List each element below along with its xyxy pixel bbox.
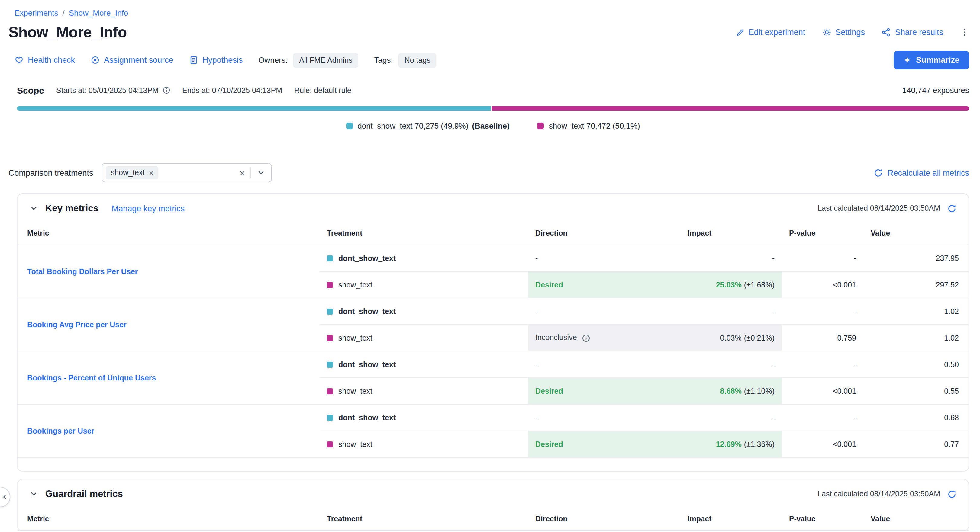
column-treatment: Treatment (320, 222, 528, 245)
p-value-cell: - (782, 351, 863, 378)
kebab-menu-button[interactable] (960, 28, 969, 37)
treatment-cell: dont_show_text (320, 351, 528, 378)
kebab-icon (960, 28, 969, 37)
treatment-cell: dont_show_text (320, 245, 528, 272)
refresh-key-metrics-button[interactable] (947, 204, 956, 213)
tags-chip[interactable]: No tags (398, 53, 436, 67)
column-p-value: P-value (782, 507, 863, 530)
settings-button[interactable]: Settings (822, 28, 865, 37)
target-icon (91, 56, 100, 65)
p-value-cell: <0.001 (782, 272, 863, 298)
treatment-cell: show_text (320, 431, 528, 457)
refresh-icon (873, 168, 883, 177)
treatment-color-swatch (327, 282, 333, 288)
svg-text:?: ? (585, 336, 587, 341)
treatment-cell: show_text (320, 325, 528, 351)
selected-treatment-chip[interactable]: show_text × (106, 166, 159, 179)
direction-cell: - (528, 404, 680, 431)
metric-link[interactable]: Bookings per User (27, 427, 94, 435)
question-circle-icon[interactable]: ? (582, 334, 590, 342)
header-actions: Edit experiment Settings Share results (736, 28, 969, 37)
scope-title: Scope (17, 85, 44, 95)
clear-icon[interactable]: × (234, 168, 250, 177)
metric-link[interactable]: Total Booking Dollars Per User (27, 267, 138, 276)
legend-baseline-label: dont_show_text 70,275 (49.9%) (357, 121, 468, 130)
breadcrumb-experiments[interactable]: Experiments (14, 8, 58, 17)
breadcrumb: Experiments / Show_More_Info (8, 8, 969, 17)
treatment-cell: show_text (320, 272, 528, 298)
allocation-legend: dont_show_text 70,275 (49.9%) (Baseline)… (17, 121, 969, 130)
p-value-cell: - (782, 404, 863, 431)
manage-key-metrics-link[interactable]: Manage key metrics (112, 204, 185, 213)
legend-baseline-suffix: (Baseline) (472, 121, 509, 130)
info-icon[interactable] (162, 86, 170, 94)
comparison-treatments-select[interactable]: show_text × × (102, 163, 272, 183)
selected-treatment-label: show_text (111, 168, 145, 177)
recalculate-all-metrics-link[interactable]: Recalculate all metrics (873, 168, 969, 177)
breadcrumb-current[interactable]: Show_More_Info (69, 8, 128, 17)
column-value: Value (863, 507, 969, 530)
toolbar: Health check Assignment source Hypothesi… (8, 51, 969, 70)
breadcrumb-separator: / (62, 8, 65, 17)
chevron-down-icon[interactable] (251, 168, 272, 177)
legend-item-baseline: dont_show_text 70,275 (49.9%) (Baseline) (346, 121, 509, 130)
experiment-page: Experiments / Show_More_Info Show_More_I… (0, 0, 980, 532)
document-icon (189, 56, 198, 65)
treatment-color-swatch (327, 414, 333, 421)
key-metrics-collapse-icon[interactable] (30, 204, 38, 213)
assignment-source-link[interactable]: Assignment source (91, 56, 173, 65)
sidebar-collapse-toggle[interactable] (0, 487, 10, 507)
p-value-cell: - (782, 298, 863, 325)
key-metrics-card: Key metrics Manage key metrics Last calc… (17, 193, 969, 472)
value-cell: 237.95 (863, 245, 969, 272)
allocation-segment-baseline (17, 106, 492, 111)
treatment-color-swatch (327, 335, 333, 341)
value-cell: 0.77 (863, 431, 969, 457)
allocation-bar (17, 106, 969, 111)
treatment-color-swatch (327, 441, 333, 447)
hypothesis-link[interactable]: Hypothesis (189, 56, 243, 65)
treatment-color-swatch (327, 308, 333, 314)
treatment-color-swatch (538, 122, 544, 129)
guardrail-metrics-title: Guardrail metrics (45, 489, 123, 499)
column-p-value: P-value (782, 222, 863, 245)
summarize-button[interactable]: Summarize (894, 51, 969, 70)
health-check-link[interactable]: Health check (14, 56, 75, 65)
legend-item-treatment: show_text 70,472 (50.1%) (538, 121, 640, 130)
metric-link[interactable]: Bookings - Percent of Unique Users (27, 373, 156, 382)
impact-cell: 12.69%(±1.36%) (680, 431, 782, 457)
guardrail-metrics-card: Guardrail metrics Last calculated 08/14/… (17, 479, 969, 531)
scope-rule: Rule: default rule (294, 86, 352, 95)
p-value-cell: <0.001 (782, 378, 863, 404)
column-treatment: Treatment (320, 507, 528, 530)
guardrail-metrics-collapse-icon[interactable] (30, 490, 38, 498)
assignment-source-label: Assignment source (104, 56, 173, 65)
key-metrics-title: Key metrics (45, 203, 99, 214)
recalculate-all-metrics-label: Recalculate all metrics (888, 168, 969, 177)
impact-cell: 8.68%(±1.10%) (680, 378, 782, 404)
refresh-guardrail-metrics-button[interactable] (947, 489, 956, 499)
exposures-count: 140,747 exposures (902, 86, 969, 95)
key-metrics-last-calculated: Last calculated 08/14/2025 03:50AM (818, 204, 940, 213)
comparison-treatments-label: Comparison treatments (8, 168, 93, 177)
table-row: Bookings - Percent of Unique Users dont_… (18, 351, 969, 378)
value-cell: 0.55 (863, 378, 969, 404)
column-metric: Metric (18, 507, 320, 530)
column-direction: Direction (528, 507, 680, 530)
p-value-cell: <0.001 (782, 431, 863, 457)
sparkle-icon (903, 56, 911, 64)
hypothesis-label: Hypothesis (202, 56, 243, 65)
treatment-cell: show_text (320, 378, 528, 404)
metric-link[interactable]: Booking Avg Price per User (27, 320, 127, 329)
share-results-button[interactable]: Share results (882, 28, 943, 37)
column-direction: Direction (528, 222, 680, 245)
remove-treatment-icon[interactable]: × (149, 169, 153, 176)
table-header-row: Metric Treatment Direction Impact P-valu… (18, 222, 969, 245)
direction-cell: - (528, 351, 680, 378)
share-icon (882, 28, 891, 37)
owners-chip[interactable]: All FME Admins (293, 53, 358, 67)
summarize-label: Summarize (916, 56, 959, 65)
edit-experiment-button[interactable]: Edit experiment (736, 28, 805, 37)
guardrail-metrics-last-calculated: Last calculated 08/14/2025 03:50AM (818, 490, 940, 498)
value-cell: 0.50 (863, 351, 969, 378)
